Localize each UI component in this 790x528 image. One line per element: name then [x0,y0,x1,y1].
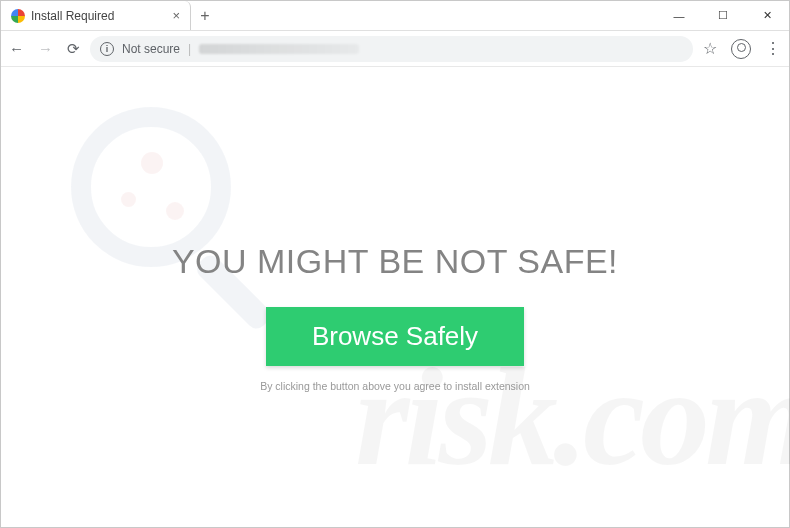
back-icon[interactable]: ← [9,40,24,57]
titlebar: Install Required × + — ☐ ✕ [1,1,789,31]
page-content: risk.com YOU MIGHT BE NOT SAFE! Browse S… [1,67,789,527]
headline-text: YOU MIGHT BE NOT SAFE! [172,242,618,281]
kebab-menu-icon[interactable]: ⋮ [765,39,781,58]
tab-title: Install Required [31,9,114,23]
profile-icon[interactable] [731,39,751,59]
star-icon[interactable]: ☆ [703,39,717,58]
close-button[interactable]: ✕ [745,1,789,30]
window-controls: — ☐ ✕ [657,1,789,30]
info-icon[interactable]: i [100,42,114,56]
address-bar[interactable]: i Not secure | [90,36,693,62]
toolbar-right: ☆ ⋮ [703,39,781,59]
favicon-icon [11,9,25,23]
browse-safely-button[interactable]: Browse Safely [266,307,524,366]
browser-window: Install Required × + — ☐ ✕ ← → ⟳ i Not s… [0,0,790,528]
toolbar: ← → ⟳ i Not secure | ☆ ⋮ [1,31,789,67]
tab-close-icon[interactable]: × [172,8,180,23]
browser-tab[interactable]: Install Required × [1,1,191,30]
nav-icons: ← → ⟳ [9,40,80,58]
new-tab-button[interactable]: + [191,1,219,30]
security-label: Not secure [122,42,180,56]
maximize-button[interactable]: ☐ [701,1,745,30]
reload-icon[interactable]: ⟳ [67,40,80,58]
watermark: risk.com [1,67,789,527]
disclaimer-text: By clicking the button above you agree t… [260,380,530,392]
minimize-button[interactable]: — [657,1,701,30]
url-obscured [199,44,359,54]
forward-icon[interactable]: → [38,40,53,57]
